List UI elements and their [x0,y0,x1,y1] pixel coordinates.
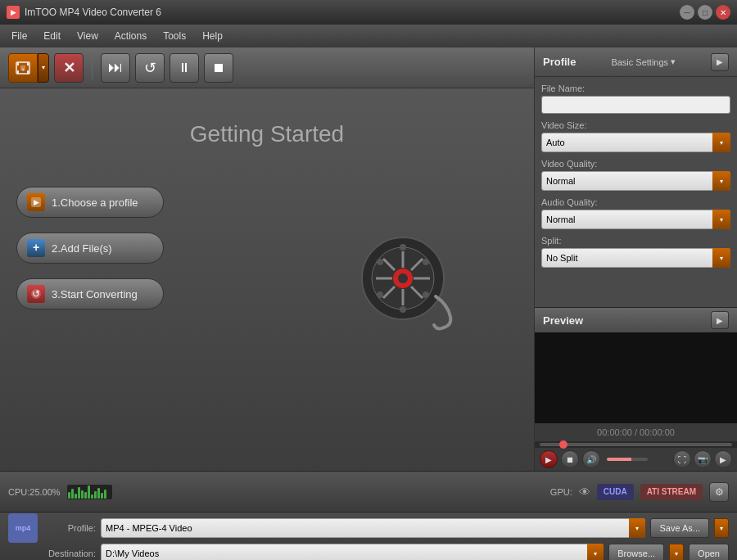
volume-button[interactable]: 🔊 [582,450,600,468]
profile-thumbnail: mp4 [8,513,38,543]
svg-text:▶: ▶ [34,198,39,206]
gpu-settings-button[interactable]: ⚙ [709,482,729,502]
file-name-label: File Name: [541,84,730,93]
gpu-label: GPU: [550,487,572,497]
file-name-field: File Name: [541,84,730,114]
video-size-select-wrapper: Auto 320x240 640x480 1280x720 ▾ [541,133,730,152]
split-field: Split: No Split By Size By Time By Count… [541,236,730,268]
save-as-dropdown-button[interactable]: ▾ [714,518,729,538]
svg-point-15 [398,273,408,283]
basic-settings-label: Basic Settings [611,57,668,67]
video-quality-label: Video Quality: [541,159,730,169]
menu-file[interactable]: File [3,27,35,45]
ati-stream-button[interactable]: ATI STREAM [640,484,703,500]
profile-panel-title: Profile [543,56,576,68]
basic-settings-button[interactable]: Basic Settings ▾ [611,56,676,67]
profile-icon: ▶ [29,196,43,209]
cpu-bar-4 [78,487,80,499]
add-video-button[interactable]: + [8,53,38,83]
video-size-label: Video Size: [541,120,730,130]
add-files-label: 2.Add File(s) [52,242,112,255]
getting-started-label: Getting Started [190,121,344,147]
refresh-button[interactable]: ↺ [135,53,165,83]
preview-expand-button[interactable]: ▶ [711,311,729,329]
preview-panel: Preview ▶ 00:00:00 / 00:00:00 ▶ ⏹ 🔊 [535,307,737,471]
cpu-bar-7 [88,485,90,499]
maximize-button[interactable]: □ [698,5,712,20]
browse-button[interactable]: Browse... [608,544,664,560]
play-button[interactable]: ▶ [540,450,558,468]
center-panel: + ▾ ✕ ⏭ ↺ ⏸ ⏹ Getting Star [0,47,534,471]
split-label: Split: [541,236,730,246]
start-converting-label: 3.Start Converting [52,288,138,300]
svg-point-26 [423,291,429,298]
convert-button[interactable]: ⏭ [101,53,130,83]
preview-panel-title: Preview [543,314,583,327]
svg-rect-1 [17,62,19,65]
volume-slider[interactable] [607,458,648,461]
cpu-bar-10 [97,488,100,499]
start-converting-button[interactable]: ↺ 3.Start Converting [16,278,164,309]
add-files-icon: + [27,239,45,257]
profile-select[interactable]: MP4 - MPEG-4 Video AVI MKV MOV [101,518,645,538]
menu-actions[interactable]: Actions [106,27,155,45]
delete-button[interactable]: ✕ [54,53,84,83]
volume-icon: 🔊 [586,455,596,464]
stop-preview-button[interactable]: ⏹ [561,450,579,468]
cuda-button[interactable]: CUDA [597,484,634,500]
svg-point-27 [400,306,406,313]
open-button[interactable]: Open [689,544,729,560]
app-icon: ▶ [7,6,20,19]
destination-row: Destination: D:\My Videos ▾ Browse... ▾ … [8,543,729,560]
add-dropdown-button[interactable]: ▾ [38,53,49,83]
more-icon: ▶ [720,455,726,464]
menu-help[interactable]: Help [194,27,231,45]
profile-expand-button[interactable]: ▶ [711,53,729,71]
minimize-button[interactable]: ─ [680,5,694,20]
screenshot-button[interactable]: ⛶ [673,450,691,468]
audio-quality-select[interactable]: Normal High Low Custom [541,210,730,229]
title-bar-left: ▶ ImTOO MP4 Video Converter 6 [7,6,161,19]
close-button[interactable]: ✕ [716,5,730,20]
film-icon: + [15,60,31,76]
add-files-button[interactable]: + 2.Add File(s) [16,233,164,264]
destination-select[interactable]: D:\My Videos [101,544,604,560]
pause-button[interactable]: ⏸ [170,53,199,83]
menu-edit[interactable]: Edit [35,27,69,45]
cpu-bar-3 [75,494,77,499]
cpu-bar-8 [91,495,93,499]
cpu-bar-6 [84,492,87,499]
progress-thumb [559,440,567,449]
svg-text:+: + [21,66,25,74]
svg-point-25 [423,259,429,265]
save-as-button[interactable]: Save As... [650,518,709,538]
choose-profile-button[interactable]: ▶ 1.Choose a profile [16,187,164,218]
more-button[interactable]: ▶ [714,450,732,468]
profile-row-label: Profile: [43,523,96,533]
profile-panel-header: Profile Basic Settings ▾ ▶ [535,47,737,77]
screenshot-icon: ⛶ [678,455,686,464]
destination-row-label: Destination: [43,549,96,558]
audio-quality-select-wrapper: Normal High Low Custom ▾ [541,210,730,229]
video-quality-select[interactable]: Normal High Low Custom [541,171,730,191]
stop-icon: ⏹ [566,455,574,464]
cpu-bar-12 [104,490,106,499]
menu-bar: File Edit View Actions Tools Help [0,25,737,47]
cpu-label: CPU:25.00% [8,487,61,497]
convert-icon: ↺ [29,287,43,300]
camera-button[interactable]: 📷 [694,450,712,468]
progress-track[interactable] [540,443,732,446]
svg-point-29 [377,259,383,265]
browse-dropdown-button[interactable]: ▾ [669,544,684,560]
menu-view[interactable]: View [69,27,106,45]
file-name-input[interactable] [541,96,730,114]
toolbar-separator-1 [92,56,93,80]
split-select[interactable]: No Split By Size By Time By Count [541,248,730,268]
stop-button[interactable]: ⏹ [204,53,233,83]
mp4-label: mp4 [16,524,31,532]
app-title: ImTOO MP4 Video Converter 6 [25,7,161,18]
menu-tools[interactable]: Tools [155,27,194,45]
video-size-select[interactable]: Auto 320x240 640x480 1280x720 [541,133,730,152]
title-bar: ▶ ImTOO MP4 Video Converter 6 ─ □ ✕ [0,0,737,25]
svg-text:↺: ↺ [32,288,40,300]
